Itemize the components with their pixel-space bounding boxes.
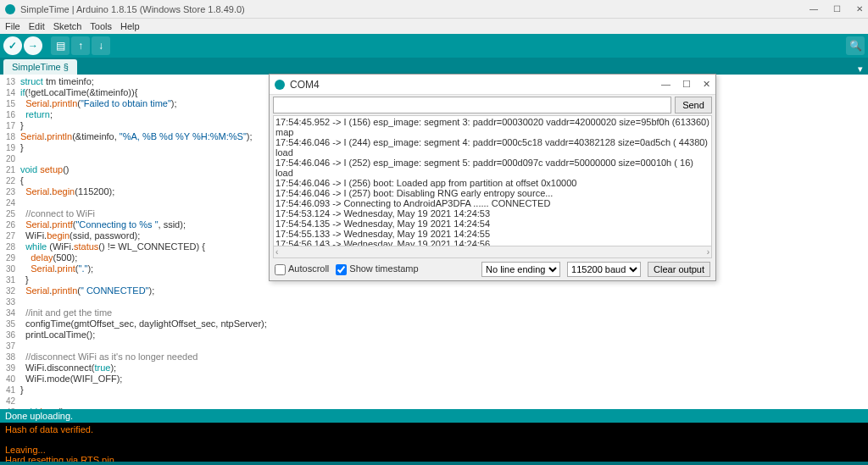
serial-output-line: 17:54:46.046 -> I (244) esp_image: segme… xyxy=(275,137,709,158)
close-button[interactable]: ✕ xyxy=(856,4,863,14)
window-title: SimpleTime | Arduino 1.8.15 (Windows Sto… xyxy=(20,4,245,14)
serial-output-line: 17:54:46.046 -> I (252) esp_image: segme… xyxy=(275,158,709,178)
serial-minimize-button[interactable]: — xyxy=(661,79,670,90)
baud-select[interactable]: 115200 baud xyxy=(567,262,641,277)
serial-title: COM4 xyxy=(290,79,320,91)
console-line: Leaving... xyxy=(5,445,863,455)
clear-output-button[interactable]: Clear output xyxy=(648,262,710,277)
code-line[interactable]: 32 Serial.println(" CONNECTED"); xyxy=(0,285,868,296)
menu-file[interactable]: File xyxy=(5,21,20,31)
serial-titlebar[interactable]: COM4 — ☐ ✕ xyxy=(270,75,715,95)
code-line[interactable]: 40 WiFi.mode(WIFI_OFF); xyxy=(0,374,868,385)
tab-dropdown-icon[interactable]: ▾ xyxy=(858,64,863,75)
serial-close-button[interactable]: ✕ xyxy=(703,79,710,90)
serial-monitor-window: COM4 — ☐ ✕ Send 17:54:45.952 -> I (156) … xyxy=(269,74,716,281)
code-line[interactable]: 42 xyxy=(0,396,868,407)
save-button[interactable]: ↓ xyxy=(92,36,110,55)
serial-monitor-button[interactable]: 🔍 xyxy=(846,36,865,55)
console-line: Hard resetting via RTS pin... xyxy=(5,455,863,462)
arduino-icon xyxy=(5,4,15,14)
console-line xyxy=(5,435,863,445)
serial-send-button[interactable]: Send xyxy=(675,97,712,113)
menu-edit[interactable]: Edit xyxy=(29,21,45,31)
serial-input-field[interactable] xyxy=(273,97,671,113)
console-line: Hash of data verified. xyxy=(5,424,863,435)
serial-output-area[interactable]: 17:54:45.952 -> I (156) esp_image: segme… xyxy=(273,115,712,258)
window-titlebar: SimpleTime | Arduino 1.8.15 (Windows Sto… xyxy=(0,0,868,19)
window-controls: — ☐ ✕ xyxy=(810,4,863,14)
verify-button[interactable]: ✓ xyxy=(3,36,22,55)
code-line[interactable]: 33 xyxy=(0,296,868,307)
line-ending-select[interactable]: No line ending xyxy=(481,262,560,277)
tab-simpletime[interactable]: SimpleTime § xyxy=(3,59,77,75)
code-line[interactable]: 38 //disconnect WiFi as it's no longer n… xyxy=(0,352,868,363)
tab-bar: SimpleTime § ▾ xyxy=(0,58,868,75)
toolbar: ✓ → ▤ ↑ ↓ 🔍 xyxy=(0,34,868,58)
serial-output-line: 17:54:46.093 -> Connecting to AndroidAP3… xyxy=(275,198,709,208)
arduino-icon xyxy=(275,80,285,90)
upload-button[interactable]: → xyxy=(24,36,42,55)
serial-output-line: 17:54:53.124 -> Wednesday, May 19 2021 1… xyxy=(275,208,709,219)
maximize-button[interactable]: ☐ xyxy=(833,4,841,14)
code-line[interactable]: 41} xyxy=(0,385,868,396)
open-button[interactable]: ↑ xyxy=(71,36,90,55)
autoscroll-checkbox[interactable]: Autoscroll xyxy=(275,263,329,275)
code-line[interactable]: 34 //init and get the time xyxy=(0,307,868,318)
output-console[interactable]: Hash of data verified. Leaving...Hard re… xyxy=(0,423,868,462)
code-line[interactable]: 37 xyxy=(0,340,868,352)
serial-output-line: 17:54:55.133 -> Wednesday, May 19 2021 1… xyxy=(275,229,709,239)
serial-output-line: 17:54:45.952 -> I (156) esp_image: segme… xyxy=(275,117,709,137)
code-line[interactable]: 39 WiFi.disconnect(true); xyxy=(0,363,868,374)
code-line[interactable]: 35 configTime(gmtOffset_sec, daylightOff… xyxy=(0,318,868,329)
footer-bar: 5 ESP32C3 Dev Module, Default 4MB with s… xyxy=(0,462,868,465)
menu-help[interactable]: Help xyxy=(120,21,140,31)
status-text: Done uploading. xyxy=(5,411,73,421)
serial-hscrollbar[interactable]: ‹› xyxy=(274,246,711,257)
status-bar: Done uploading. xyxy=(0,409,868,423)
menu-bar: File Edit Sketch Tools Help xyxy=(0,19,868,34)
serial-output-line: 17:54:46.046 -> I (256) boot: Loaded app… xyxy=(275,178,709,188)
serial-output-line: 17:54:54.135 -> Wednesday, May 19 2021 1… xyxy=(275,219,709,229)
code-line[interactable]: 36 printLocalTime(); xyxy=(0,329,868,340)
new-button[interactable]: ▤ xyxy=(51,36,70,55)
minimize-button[interactable]: — xyxy=(810,4,818,14)
serial-maximize-button[interactable]: ☐ xyxy=(682,79,691,90)
timestamp-checkbox[interactable]: Show timestamp xyxy=(336,263,418,275)
menu-tools[interactable]: Tools xyxy=(90,21,112,31)
menu-sketch[interactable]: Sketch xyxy=(53,21,82,31)
serial-output-line: 17:54:46.046 -> I (257) boot: Disabling … xyxy=(275,188,709,198)
